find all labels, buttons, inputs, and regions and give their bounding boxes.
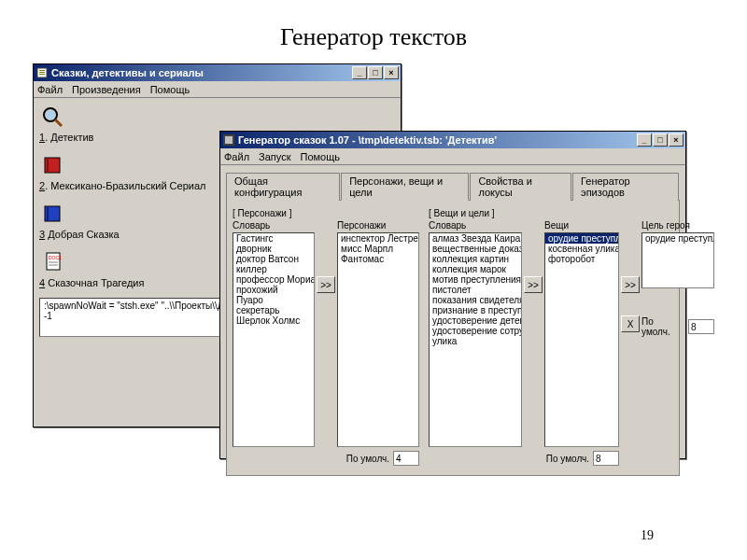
window-generator: Генератор сказок 1.07 - \tmp\detektiv.ts… bbox=[219, 131, 686, 459]
default-label: По умолч. bbox=[641, 316, 684, 337]
list-item[interactable]: коллекция картин bbox=[430, 254, 521, 264]
list-item[interactable]: секретарь bbox=[233, 305, 314, 315]
group-header-characters: [ Персонажи ] bbox=[233, 208, 419, 218]
tab-characters[interactable]: Персонажи, вещи и цели bbox=[341, 173, 469, 201]
list-item[interactable]: удостоверение детектива bbox=[430, 315, 521, 326]
default-things-input[interactable] bbox=[593, 451, 619, 466]
close-button[interactable]: × bbox=[384, 66, 399, 79]
menu-works[interactable]: Произведения bbox=[72, 84, 141, 95]
list-item[interactable]: прохожий bbox=[233, 285, 314, 295]
minimize-button[interactable]: _ bbox=[637, 133, 652, 147]
menubar-generator: Файл Запуск Помощь bbox=[220, 148, 685, 165]
tab-strip: Общая конфигурация Персонажи, вещи и цел… bbox=[226, 173, 680, 201]
svg-point-5 bbox=[46, 110, 55, 119]
app-icon bbox=[35, 66, 49, 79]
list-item[interactable]: алмаз Звезда Каира bbox=[430, 233, 521, 244]
svg-line-6 bbox=[55, 119, 62, 126]
app-icon bbox=[222, 133, 235, 147]
svg-rect-8 bbox=[47, 158, 49, 173]
menu-help[interactable]: Помощь bbox=[150, 84, 190, 95]
label-dictionary: Словарь bbox=[233, 220, 315, 231]
maximize-button[interactable]: □ bbox=[368, 66, 383, 79]
list-item[interactable]: признание в преступлении bbox=[430, 305, 521, 315]
default-label: По умолч. bbox=[546, 454, 589, 464]
list-item[interactable]: профессор Мориарти bbox=[233, 274, 314, 285]
list-item[interactable]: коллекция марок bbox=[430, 264, 521, 274]
menu-file[interactable]: Файл bbox=[224, 151, 249, 162]
svg-text:DOC1: DOC1 bbox=[49, 255, 62, 260]
add-thing-button[interactable]: >> bbox=[524, 276, 543, 293]
listbox-characters[interactable]: инспектор Лестрейдмисс МарплФантомас bbox=[337, 232, 419, 447]
list-item[interactable]: Фантомас bbox=[338, 254, 418, 264]
document-icon: DOC1 bbox=[39, 249, 69, 275]
listbox-things[interactable]: орудие преступлениякосвенная уликафоторо… bbox=[544, 232, 619, 447]
svg-rect-2 bbox=[39, 72, 45, 73]
svg-rect-3 bbox=[39, 74, 45, 75]
title-text: Сказки, детективы и сериалы bbox=[51, 67, 352, 78]
list-item[interactable]: показания свидетеля bbox=[430, 295, 521, 305]
list-item[interactable]: инспектор Лестрейд bbox=[338, 233, 418, 244]
list-item[interactable]: косвенная улика bbox=[545, 244, 618, 254]
svg-rect-10 bbox=[47, 206, 49, 221]
svg-rect-16 bbox=[225, 136, 233, 144]
listbox-goal[interactable]: орудие преступления bbox=[641, 232, 714, 288]
title-text: Генератор сказок 1.07 - \tmp\detektiv.ts… bbox=[238, 134, 637, 146]
menu-file[interactable]: Файл bbox=[37, 84, 63, 95]
book-blue-icon bbox=[39, 201, 69, 227]
tab-properties[interactable]: Свойства и локусы bbox=[470, 173, 571, 201]
group-header-things: [ Вещи и цели ] bbox=[429, 208, 714, 218]
list-item[interactable]: доктор Ватсон bbox=[233, 254, 314, 264]
tab-episodes[interactable]: Генератор эпизодов bbox=[572, 173, 679, 201]
add-character-button[interactable]: >> bbox=[317, 276, 335, 293]
list-item[interactable]: фоторобот bbox=[545, 254, 618, 264]
remove-goal-button[interactable]: X bbox=[621, 315, 640, 332]
list-item[interactable]: орудие преступления bbox=[545, 233, 618, 244]
list-item[interactable]: удостоверение сотрудника bbox=[430, 326, 521, 336]
titlebar-stories[interactable]: Сказки, детективы и сериалы _ □ × bbox=[34, 64, 401, 81]
list-item[interactable]: вещественные доказательства bbox=[430, 244, 521, 254]
listbox-dictionary-characters[interactable]: Гастингсдворникдоктор Ватсонкиллерпрофес… bbox=[233, 232, 315, 447]
list-item[interactable]: киллер bbox=[233, 264, 314, 274]
book-red-icon bbox=[39, 152, 69, 178]
slide-title: Генератор текстов bbox=[0, 23, 747, 51]
minimize-button[interactable]: _ bbox=[352, 66, 367, 79]
default-characters-input[interactable] bbox=[393, 451, 419, 466]
label-characters: Персонажи bbox=[337, 220, 419, 231]
page-number: 19 bbox=[641, 528, 654, 543]
maximize-button[interactable]: □ bbox=[653, 133, 668, 147]
label-goal: Цель героя bbox=[641, 220, 714, 231]
magnifier-icon bbox=[39, 104, 69, 130]
list-item[interactable]: Шерлок Холмс bbox=[233, 315, 314, 326]
list-item[interactable]: улика bbox=[430, 336, 521, 346]
tab-panel: [ Персонажи ] Словарь Гастингсдворникдок… bbox=[226, 200, 680, 476]
add-goal-button[interactable]: >> bbox=[621, 276, 640, 293]
list-item[interactable]: орудие преступления bbox=[642, 233, 713, 244]
list-item[interactable]: мотив преступления bbox=[430, 274, 521, 285]
list-item[interactable]: Гастингс bbox=[233, 233, 314, 244]
menubar-stories: Файл Произведения Помощь bbox=[34, 81, 401, 98]
default-label: По умолч. bbox=[346, 454, 389, 464]
listbox-dictionary-things[interactable]: алмаз Звезда Каиравещественные доказател… bbox=[429, 232, 522, 447]
close-button[interactable]: × bbox=[669, 133, 684, 147]
list-item[interactable]: мисс Марпл bbox=[338, 244, 418, 254]
tab-config[interactable]: Общая конфигурация bbox=[226, 173, 340, 201]
svg-rect-1 bbox=[39, 70, 45, 71]
menu-run[interactable]: Запуск bbox=[259, 151, 290, 162]
label-dictionary: Словарь bbox=[429, 220, 522, 231]
menu-help[interactable]: Помощь bbox=[300, 151, 340, 162]
list-item[interactable]: Пуаро bbox=[233, 295, 314, 305]
list-item[interactable]: дворник bbox=[233, 244, 314, 254]
list-item[interactable]: пистолет bbox=[430, 285, 521, 295]
titlebar-generator[interactable]: Генератор сказок 1.07 - \tmp\detektiv.ts… bbox=[220, 132, 685, 148]
label-things: Вещи bbox=[544, 220, 619, 231]
default-goal-input[interactable] bbox=[688, 319, 714, 334]
